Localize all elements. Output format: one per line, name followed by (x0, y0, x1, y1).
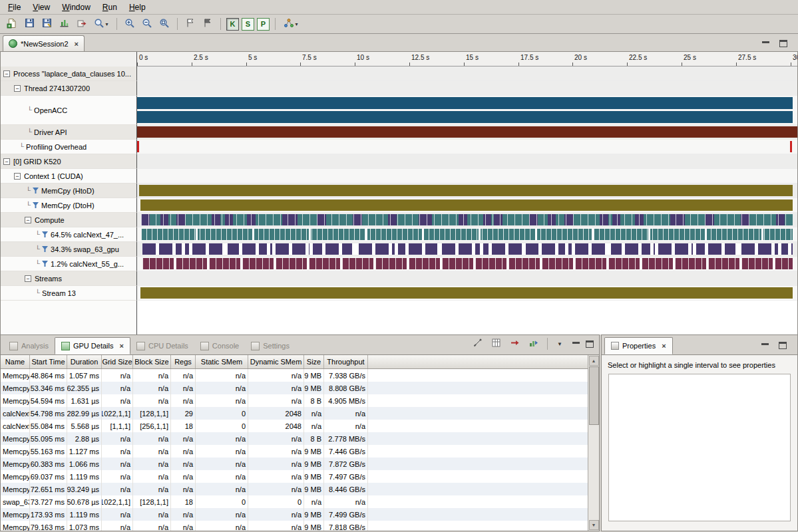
zoom-in-button[interactable] (122, 16, 138, 32)
collapse-icon[interactable]: − (14, 173, 21, 180)
stream-timeline-toggle[interactable]: S (242, 18, 254, 31)
row-driver-api-label[interactable]: └Driver API (1, 125, 137, 140)
row-kernel-calcnext55-track[interactable] (137, 257, 797, 271)
row-stream-13-track[interactable] (137, 286, 797, 301)
row-profiling-overhead[interactable]: └Profiling Overhead (1, 140, 797, 154)
table-row[interactable]: calcNext154.798 ms282.99 µs[1022,1,1][12… (1, 407, 588, 420)
row-context-1[interactable]: −Context 1 (CUDA) (1, 169, 797, 184)
row-stream-13[interactable]: └Stream 13 (1, 286, 797, 301)
table-row[interactable]: calcNext155.084 ms5.568 µs[1,1,1][256,1,… (1, 420, 588, 432)
session-tab[interactable]: *NewSession2 × (3, 35, 85, 51)
minimize-icon[interactable] (761, 40, 770, 47)
save-as-button[interactable] (39, 16, 55, 32)
prev-marker-button[interactable] (182, 16, 198, 32)
row-driver-api[interactable]: └Driver API (1, 125, 797, 140)
row-grid-k520-track[interactable] (137, 154, 797, 169)
close-session-icon[interactable]: × (75, 40, 79, 48)
timeline-bar[interactable] (139, 185, 793, 196)
new-session-button[interactable] (4, 16, 20, 32)
row-openacc-label[interactable]: └OpenACC (1, 96, 137, 125)
view-menu-caret-icon[interactable]: ▼ (553, 339, 566, 349)
timeline-bar[interactable] (137, 111, 793, 123)
timeline-bar[interactable] (140, 200, 793, 211)
kernel-timeline-toggle[interactable]: K (226, 18, 239, 31)
process-timeline-toggle[interactable]: P (257, 18, 270, 31)
search-button[interactable]: ▾ (91, 16, 112, 32)
row-kernel-calcnext55-label[interactable]: └1.2% calcNext_55_g... (1, 257, 137, 271)
row-memcpy-htod[interactable]: └MemCpy (HtoD) (1, 184, 797, 198)
filter-icon[interactable] (42, 261, 48, 267)
col-throughput[interactable]: Throughput (324, 355, 368, 368)
menu-view[interactable]: View (27, 1, 55, 13)
tab-properties[interactable]: Properties × (604, 337, 673, 354)
timeline-bar[interactable] (137, 97, 793, 109)
table-scrollbar[interactable]: ▲ ▼ (588, 355, 599, 531)
col-duration[interactable]: Duration (67, 355, 102, 368)
row-memcpy-htod-label[interactable]: └MemCpy (HtoD) (1, 184, 137, 198)
row-context-1-label[interactable]: −Context 1 (CUDA) (1, 169, 137, 184)
row-streams-track[interactable] (137, 271, 797, 286)
next-marker-button[interactable] (200, 16, 216, 32)
table-row[interactable]: Memcpy155.095 ms2.88 µsn/an/an/an/an/a8 … (1, 432, 588, 445)
zoom-fit-button[interactable] (156, 16, 172, 32)
export-details-button[interactable] (525, 336, 541, 352)
collapse-icon[interactable]: − (3, 158, 10, 165)
tab-console[interactable]: Console (194, 337, 245, 354)
table-row[interactable]: Memcpy179.163 ms1.073 msn/an/an/an/an/a9… (1, 521, 588, 531)
collapse-icon[interactable]: − (3, 70, 10, 77)
row-kernel-swap63-track[interactable] (137, 242, 797, 257)
tab-analysis[interactable]: Analysis (3, 337, 55, 354)
row-memcpy-dtoh-label[interactable]: └MemCpy (DtoH) (1, 198, 137, 213)
row-memcpy-dtoh[interactable]: └MemCpy (DtoH) (1, 198, 797, 213)
tab-cpu-details[interactable]: CPU Details (130, 337, 194, 354)
row-profiling-overhead-label[interactable]: └Profiling Overhead (1, 140, 137, 154)
row-grid-k520[interactable]: −[0] GRID K520 (1, 154, 797, 169)
timeline-bar[interactable] (141, 214, 793, 225)
minimize-icon[interactable] (761, 342, 769, 349)
minimize-icon[interactable] (572, 340, 580, 348)
filter-icon[interactable] (33, 188, 39, 194)
row-compute[interactable]: −Compute (1, 213, 797, 227)
row-kernel-swap63-label[interactable]: └34.3% swap_63_gpu (1, 242, 137, 257)
concurrent-kernels-button[interactable] (469, 336, 485, 352)
menu-file[interactable]: File (3, 1, 26, 13)
scrollbar-thumb[interactable] (589, 366, 599, 425)
col-dynamic-smem[interactable]: Dynamic SMem (248, 355, 304, 368)
col-start-time[interactable]: Start Time (30, 355, 67, 368)
row-kernel-calcnext47-label[interactable]: └64.5% calcNext_47_... (1, 227, 137, 242)
row-thread[interactable]: −Thread 2741307200 (1, 81, 797, 96)
filter-icon[interactable] (33, 202, 39, 208)
row-kernel-swap63[interactable]: └34.3% swap_63_gpu (1, 242, 797, 257)
row-stream-13-label[interactable]: └Stream 13 (1, 286, 137, 301)
row-process-label[interactable]: −Process "laplace_data_clauses 10... (1, 66, 137, 81)
row-thread-track[interactable] (137, 81, 797, 96)
export-button[interactable] (73, 16, 89, 32)
collapse-icon[interactable]: − (25, 217, 31, 223)
row-memcpy-htod-track[interactable] (137, 184, 797, 198)
row-compute-track[interactable] (137, 213, 797, 227)
col-block-size[interactable]: Block Size (133, 355, 171, 368)
collapse-icon[interactable]: − (14, 85, 21, 92)
row-kernel-calcnext47[interactable]: └64.5% calcNext_47_... (1, 227, 797, 242)
table-row[interactable]: Memcpy153.346 ms62.355 µsn/an/an/an/an/a… (1, 382, 588, 394)
table-row[interactable]: Memcpy154.594 ms1.631 µsn/an/an/an/an/a8… (1, 394, 588, 407)
col-static-smem[interactable]: Static SMem (196, 355, 248, 368)
goto-timeline-button[interactable] (506, 336, 522, 352)
row-streams[interactable]: −Streams (1, 271, 797, 286)
timeline-bar[interactable] (140, 287, 793, 299)
timeline-bar[interactable] (790, 141, 792, 152)
columns-button[interactable] (488, 336, 504, 352)
timeline-bar[interactable] (142, 258, 793, 269)
tab-gpu-details[interactable]: GPU Details× (55, 337, 130, 354)
scroll-down-icon[interactable]: ▼ (589, 520, 599, 530)
save-button[interactable] (21, 16, 37, 32)
col-name[interactable]: Name (1, 355, 30, 368)
table-row[interactable]: swap_63173.727 ms50.678 µs[1022,1,1][128… (1, 495, 588, 508)
row-openacc-track[interactable] (137, 96, 797, 125)
maximize-icon[interactable] (779, 40, 787, 47)
zoom-out-button[interactable] (139, 16, 155, 32)
row-memcpy-dtoh-track[interactable] (137, 198, 797, 213)
chart-button[interactable] (56, 16, 72, 32)
maximize-icon[interactable] (586, 340, 594, 348)
row-compute-label[interactable]: −Compute (1, 213, 137, 227)
